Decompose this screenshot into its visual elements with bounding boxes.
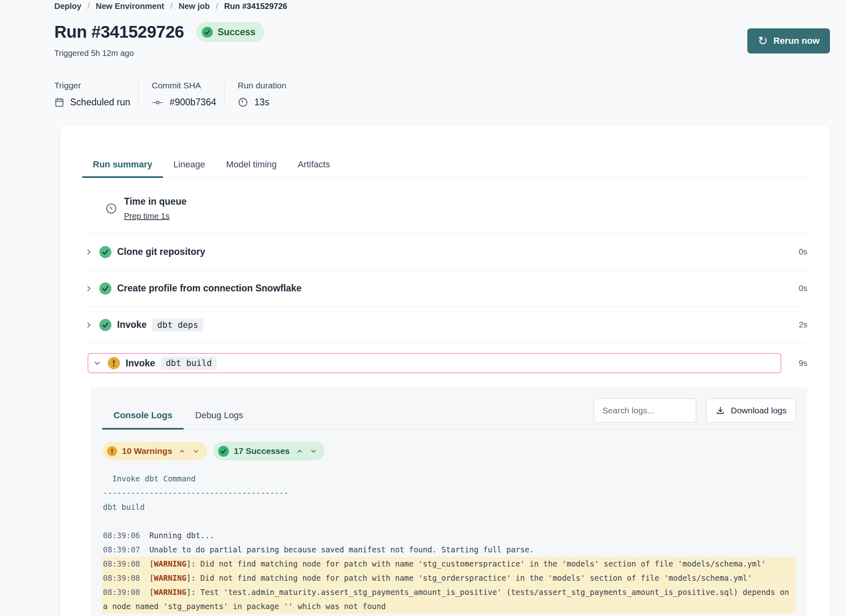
breadcrumb-separator: / bbox=[216, 1, 218, 11]
step-command-chip: dbt build bbox=[161, 357, 217, 370]
breadcrumb: Deploy/New Environment/New job/Run #3415… bbox=[54, 1, 830, 11]
warning-token: WARNING bbox=[154, 588, 186, 597]
log-message: Did not find matching node for patch wit… bbox=[200, 573, 752, 582]
queue-clock-icon bbox=[105, 196, 118, 221]
check-circle-icon bbox=[99, 319, 111, 331]
meta-label: Commit SHA bbox=[152, 81, 216, 90]
caret-down-icon[interactable] bbox=[310, 447, 317, 455]
run-detail-page: Deploy/New Environment/New job/Run #3415… bbox=[0, 0, 847, 616]
status-badge: Success bbox=[196, 22, 264, 42]
log-line: Invoke dbt Command bbox=[102, 472, 796, 486]
badge-label: 10 Warnings bbox=[122, 446, 172, 456]
time-in-queue-section: Time in queue Prep time 1s bbox=[82, 178, 807, 234]
step-title: Clone git repository bbox=[117, 246, 205, 257]
log-line: 08:39:08 [WARNING]: Did not find matchin… bbox=[102, 557, 796, 571]
breadcrumb-item-new-job[interactable]: New job bbox=[179, 1, 210, 11]
tab-run-summary[interactable]: Run summary bbox=[82, 153, 163, 178]
download-logs-label: Download logs bbox=[731, 406, 787, 415]
step-title: Invoke bbox=[117, 319, 147, 330]
successes-badge[interactable]: 17 Successes bbox=[213, 442, 325, 460]
chevron-right-icon[interactable] bbox=[85, 284, 93, 293]
warning-pill-icon bbox=[107, 446, 117, 456]
caret-down-icon[interactable] bbox=[192, 447, 200, 455]
rerun-now-button[interactable]: ↻ Rerun now bbox=[747, 28, 830, 53]
console-header: Console LogsDebug Logs Download logs bbox=[102, 398, 796, 430]
breadcrumb-separator: / bbox=[170, 1, 173, 11]
log-timestamp: 08:39:06 bbox=[103, 531, 140, 540]
log-filter-badges: 10 Warnings17 Successes bbox=[102, 442, 796, 460]
meta-commit-sha: Commit SHA#900b7364 bbox=[152, 81, 225, 108]
breadcrumb-separator: / bbox=[88, 1, 90, 11]
meta-run-duration: Run duration13s bbox=[237, 81, 302, 108]
warnings-badge[interactable]: 10 Warnings bbox=[102, 442, 207, 460]
search-logs-input[interactable] bbox=[594, 398, 696, 423]
step-title: Create profile from connection Snowflake bbox=[117, 283, 302, 294]
step-title: Invoke bbox=[126, 358, 155, 369]
log-timestamp: 08:39:07 bbox=[103, 545, 140, 554]
log-output: Invoke dbt Command----------------------… bbox=[102, 472, 796, 614]
prep-time-link[interactable]: Prep time 1s bbox=[124, 211, 169, 221]
step-duration: 9s bbox=[781, 359, 807, 368]
breadcrumb-item-deploy[interactable]: Deploy bbox=[54, 1, 81, 11]
step-duration: 0s bbox=[781, 247, 807, 257]
step-row: Create profile from connection Snowflake… bbox=[82, 270, 807, 307]
page-title: Run #341529726 bbox=[54, 22, 184, 42]
download-logs-button[interactable]: Download logs bbox=[706, 398, 796, 423]
caret-up-icon[interactable] bbox=[178, 447, 186, 455]
step-box[interactable]: Create profile from connection Snowflake bbox=[82, 282, 781, 295]
success-check-icon bbox=[202, 27, 213, 38]
console-panel: Console LogsDebug Logs Download logs 10 … bbox=[91, 387, 807, 616]
console-actions: Download logs bbox=[594, 398, 796, 429]
tab-lineage[interactable]: Lineage bbox=[163, 153, 216, 178]
log-timestamp: 08:39:08 bbox=[103, 588, 140, 597]
rerun-now-label: Rerun now bbox=[773, 36, 819, 46]
steps-list: Clone git repository0sCreate profile fro… bbox=[82, 234, 807, 373]
log-line: 08:39:08 [WARNING]: Test 'test.admin_mat… bbox=[102, 585, 796, 614]
step-duration: 0s bbox=[781, 284, 807, 293]
commit-icon bbox=[152, 98, 164, 107]
refresh-icon: ↻ bbox=[758, 35, 768, 47]
queue-title: Time in queue bbox=[124, 196, 186, 207]
step-box[interactable]: Invokedbt deps bbox=[82, 319, 781, 332]
tab-debug-logs[interactable]: Debug Logs bbox=[184, 404, 255, 430]
step-row: Clone git repository0s bbox=[82, 234, 807, 270]
console-tabs: Console LogsDebug Logs bbox=[102, 404, 255, 429]
chevron-down-icon[interactable] bbox=[93, 359, 101, 367]
log-message: Test 'test.admin_maturity.assert_stg_pay… bbox=[103, 588, 794, 611]
step-box[interactable]: Clone git repository bbox=[82, 246, 781, 258]
caret-up-icon[interactable] bbox=[296, 447, 304, 455]
breadcrumb-item-run-341529726: Run #341529726 bbox=[224, 1, 287, 11]
status-badge-label: Success bbox=[218, 27, 255, 38]
clock-icon bbox=[237, 97, 248, 108]
log-timestamp: 08:39:08 bbox=[103, 559, 140, 568]
download-icon bbox=[715, 406, 725, 416]
run-header: Run #341529726 Success Triggered 5h 12m … bbox=[54, 22, 830, 58]
check-circle-icon bbox=[99, 282, 111, 295]
meta-label: Run duration bbox=[237, 81, 294, 90]
log-line: ---------------------------------------- bbox=[102, 486, 796, 500]
tab-model-timing[interactable]: Model timing bbox=[216, 153, 287, 178]
check-circle-icon bbox=[99, 246, 111, 258]
warning-token: WARNING bbox=[154, 573, 186, 582]
step-row: Invokedbt deps2s bbox=[82, 307, 807, 343]
log-line: 08:39:07 Unable to do partial parsing be… bbox=[102, 543, 796, 557]
log-line bbox=[102, 514, 796, 528]
meta-trigger: TriggerScheduled run bbox=[54, 81, 139, 108]
badge-label: 17 Successes bbox=[234, 446, 290, 456]
triggered-text: Triggered 5h 12m ago bbox=[54, 49, 264, 58]
chevron-right-icon[interactable] bbox=[85, 321, 93, 329]
meta-value-text: #900b7364 bbox=[169, 97, 216, 108]
chevron-right-icon[interactable] bbox=[85, 248, 93, 256]
step-row: Invokedbt build9s bbox=[82, 343, 807, 373]
breadcrumb-item-new-environment[interactable]: New Environment bbox=[96, 1, 164, 11]
step-command-chip: dbt deps bbox=[152, 319, 203, 332]
log-line: 08:39:08 [WARNING]: Did not find matchin… bbox=[102, 571, 796, 585]
warning-token: WARNING bbox=[154, 559, 186, 568]
run-tabs: Run summaryLineageModel timingArtifacts bbox=[82, 153, 807, 178]
tab-artifacts[interactable]: Artifacts bbox=[287, 153, 340, 178]
tab-console-logs[interactable]: Console Logs bbox=[102, 404, 184, 430]
step-box-expanded[interactable]: Invokedbt build bbox=[88, 353, 781, 373]
log-line: dbt build bbox=[102, 500, 796, 514]
run-meta: TriggerScheduled runCommit SHA#900b7364R… bbox=[54, 81, 830, 108]
success-pill-icon bbox=[218, 446, 229, 457]
